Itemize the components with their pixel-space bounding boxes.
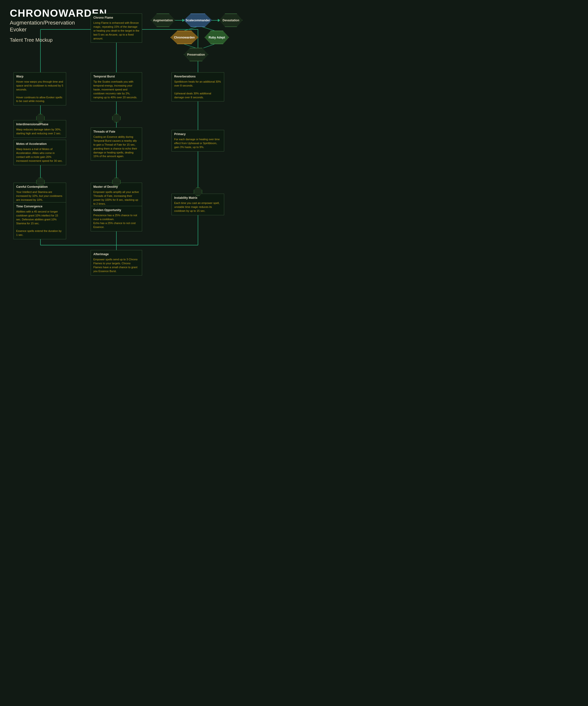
spec-node-devastation[interactable]: Devastation <box>219 13 243 27</box>
page: CHRONOWARDEN Augmentation/Preservation E… <box>0 0 245 294</box>
spec-node-scalecommander[interactable]: Scalecommander <box>184 13 212 27</box>
svg-line-22 <box>203 44 214 48</box>
card-time-convergence: Time Convergence Abilities with a 45 sec… <box>13 202 66 239</box>
card-warp: Warp Hover now warps you through time an… <box>13 72 66 106</box>
card-interdimensional-phase: InterdimensionalPhase Warp reduces damag… <box>13 120 66 138</box>
node-warp-connector <box>36 114 45 122</box>
card-afterimage: Afterimage Empower spells send up to 3 C… <box>91 250 142 276</box>
card-temporal-burst: Temporal Burst Tip the Scales overloads … <box>91 72 142 102</box>
card-master-of-destiny: Master of Destiny Empower spells amplify… <box>91 183 142 208</box>
svg-line-20 <box>201 27 214 31</box>
node-temporal-connector <box>112 114 121 122</box>
card-instability-matrix: Instability Matrix Each time you cast an… <box>171 194 224 215</box>
card-primacy: Primacy For each damage or healing over … <box>171 130 224 152</box>
node-master-connector <box>112 178 121 186</box>
card-reverberations: Reverberations Spiritbloom heals for an … <box>171 72 224 102</box>
card-motes-of-acceleration: Motes of Acceleration Warp leaves a trai… <box>13 140 66 165</box>
card-threads-of-fate: Threads of Fate Casting an Essence abili… <box>91 127 142 161</box>
spec-node-ruby-adept[interactable]: Ruby Adept <box>205 31 229 44</box>
node-instability-connector <box>194 188 202 196</box>
spec-node-preservation[interactable]: Preservation <box>184 48 208 61</box>
svg-line-19 <box>184 27 198 31</box>
card-golden-opportunity: Golden Opportunity Prescience has a 25% … <box>91 206 142 231</box>
spec-node-augmentation[interactable]: Augmentation <box>151 13 175 27</box>
card-chrono-flame: Chrono Flame Living Flame is enhanced wi… <box>91 13 142 43</box>
svg-line-21 <box>184 44 196 48</box>
node-careful-connector <box>36 178 45 186</box>
spec-node-chronowarden[interactable]: Chronowarden <box>170 31 199 44</box>
